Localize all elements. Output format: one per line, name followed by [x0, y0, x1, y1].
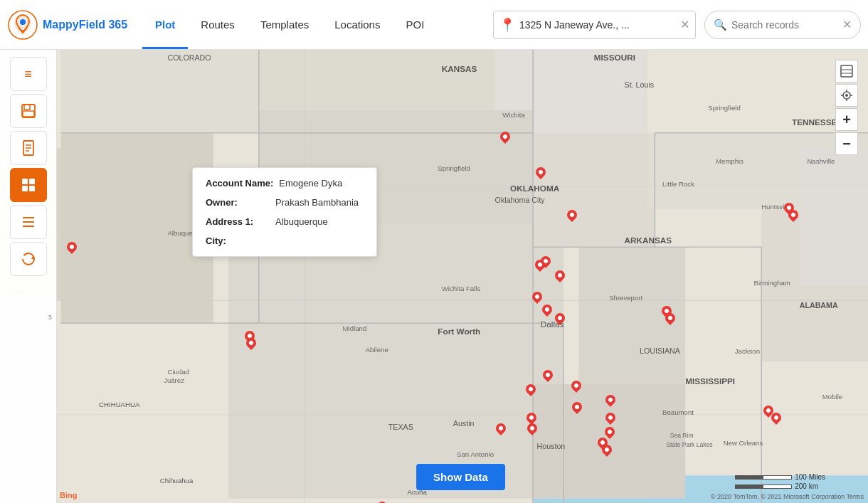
svg-point-92 [845, 94, 848, 97]
svg-rect-76 [23, 111, 34, 117]
list-tool-btn[interactable]: ≡ [10, 57, 47, 91]
search-clear-icon[interactable]: ✕ [842, 18, 852, 31]
show-data-button[interactable]: Show Data [416, 464, 505, 490]
nav-routes[interactable]: Routes [188, 0, 248, 49]
grid-tool-btn[interactable] [10, 168, 47, 202]
svg-rect-73 [0, 50, 868, 503]
nav-templates[interactable]: Templates [248, 0, 322, 49]
svg-point-1 [20, 19, 26, 25]
search-icon: 🔍 [714, 18, 727, 31]
owner-label: Owner: [206, 197, 270, 208]
map-background: OKLAHOMA Oklahoma City Wichita Falls For… [0, 50, 868, 503]
lines-tool-btn[interactable] [10, 205, 47, 239]
address1-value: Albuquerque [275, 216, 328, 227]
location-bar: 📍 ✕ [493, 11, 696, 39]
map-container[interactable]: OKLAHOMA Oklahoma City Wichita Falls For… [0, 50, 868, 503]
svg-rect-84 [29, 186, 35, 191]
svg-rect-81 [22, 179, 28, 184]
scale-100-label: 100 Miles [795, 473, 825, 481]
account-name-value: Emogene Dyka [279, 178, 342, 189]
location-pin-icon: 📍 [499, 17, 515, 33]
account-name-label: Account Name: [206, 178, 273, 189]
save-tool-btn[interactable] [10, 94, 47, 128]
map-controls: + − [835, 60, 858, 155]
svg-rect-83 [22, 186, 28, 191]
address1-label: Address 1: [206, 216, 270, 227]
logo-area: MappyField 365 [7, 9, 128, 41]
header: MappyField 365 Plot Routes Templates Loc… [0, 0, 868, 50]
map-zoom-in-btn[interactable]: + [835, 108, 858, 131]
scale-200-label: 200 km [795, 482, 818, 490]
nav-locations[interactable]: Locations [322, 0, 393, 49]
map-locate-btn[interactable] [835, 84, 858, 107]
refresh-tool-btn[interactable] [10, 242, 47, 276]
city-label: City: [206, 235, 270, 246]
nav: Plot Routes Templates Locations POI [142, 0, 493, 49]
sidebar-edge-text: s [48, 313, 52, 321]
bing-label: Bing [60, 490, 81, 500]
location-input[interactable] [519, 19, 676, 31]
logo-icon [7, 9, 38, 41]
search-input[interactable] [731, 19, 838, 31]
sidebar-tools: ≡ [0, 50, 57, 503]
map-zoom-out-btn[interactable]: − [835, 132, 858, 155]
nav-plot[interactable]: Plot [142, 0, 188, 49]
scale-bar: 100 Miles 200 km [735, 473, 825, 490]
tooltip-card: Account Name: Emogene Dyka Owner: Prakas… [192, 167, 377, 257]
nav-poi[interactable]: POI [393, 0, 437, 49]
owner-value: Prakash Bambhania [275, 197, 359, 208]
map-layer-btn[interactable] [835, 60, 858, 83]
svg-text:Bing: Bing [60, 491, 77, 499]
map-attribution: © 2020 TomTom, © 2021 Microsoft Corporat… [711, 493, 864, 500]
location-clear-icon[interactable]: ✕ [680, 19, 689, 31]
svg-rect-75 [24, 105, 30, 110]
search-bar: 🔍 ✕ [704, 11, 861, 39]
svg-rect-88 [841, 65, 852, 77]
svg-rect-82 [29, 179, 35, 184]
document-tool-btn[interactable] [10, 131, 47, 165]
logo-text: MappyField 365 [43, 18, 127, 31]
